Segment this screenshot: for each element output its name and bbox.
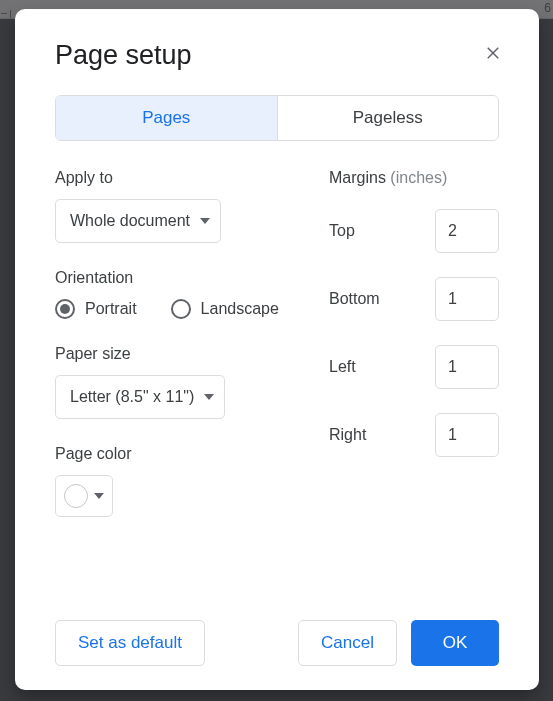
set-as-default-label: Set as default — [78, 633, 182, 653]
apply-to-value: Whole document — [70, 212, 190, 230]
ok-label: OK — [443, 633, 468, 653]
orientation-landscape-label: Landscape — [201, 300, 279, 318]
margins-label: Margins (inches) — [329, 169, 499, 187]
margin-top-input[interactable] — [435, 209, 499, 253]
close-button[interactable] — [477, 39, 509, 71]
orientation-portrait-radio[interactable]: Portrait — [55, 299, 137, 319]
tab-pageless-label: Pageless — [353, 108, 423, 127]
paper-size-label: Paper size — [55, 345, 319, 363]
orientation-portrait-label: Portrait — [85, 300, 137, 318]
paper-size-dropdown[interactable]: Letter (8.5" x 11") — [55, 375, 225, 419]
paper-size-value: Letter (8.5" x 11") — [70, 388, 194, 406]
margin-bottom-label: Bottom — [329, 290, 380, 308]
tab-pages[interactable]: Pages — [56, 96, 277, 140]
set-as-default-button[interactable]: Set as default — [55, 620, 205, 666]
orientation-landscape-radio[interactable]: Landscape — [171, 299, 279, 319]
margin-left-label: Left — [329, 358, 356, 376]
chevron-down-icon — [204, 394, 214, 400]
page-setup-dialog: Page setup Pages Pageless Ap — [15, 9, 539, 690]
margin-right-label: Right — [329, 426, 366, 444]
app-backdrop: 6 Page setup Pages Pageless — [0, 0, 553, 701]
page-color-label: Page color — [55, 445, 319, 463]
dialog-title: Page setup — [39, 40, 192, 71]
chevron-down-icon — [94, 493, 104, 499]
tab-pages-label: Pages — [142, 108, 190, 127]
close-icon — [484, 44, 502, 66]
cancel-label: Cancel — [321, 633, 374, 653]
page-color-dropdown[interactable] — [55, 475, 113, 517]
apply-to-label: Apply to — [55, 169, 319, 187]
mode-tabs: Pages Pageless — [55, 95, 499, 141]
margin-top-label: Top — [329, 222, 355, 240]
cancel-button[interactable]: Cancel — [298, 620, 397, 666]
radio-icon — [55, 299, 75, 319]
margins-unit: (inches) — [390, 169, 447, 186]
margin-bottom-input[interactable] — [435, 277, 499, 321]
margin-right-input[interactable] — [435, 413, 499, 457]
orientation-label: Orientation — [55, 269, 319, 287]
ok-button[interactable]: OK — [411, 620, 499, 666]
chevron-down-icon — [200, 218, 210, 224]
tab-pageless[interactable]: Pageless — [277, 96, 499, 140]
apply-to-dropdown[interactable]: Whole document — [55, 199, 221, 243]
color-swatch-icon — [64, 484, 88, 508]
radio-icon — [171, 299, 191, 319]
margin-left-input[interactable] — [435, 345, 499, 389]
